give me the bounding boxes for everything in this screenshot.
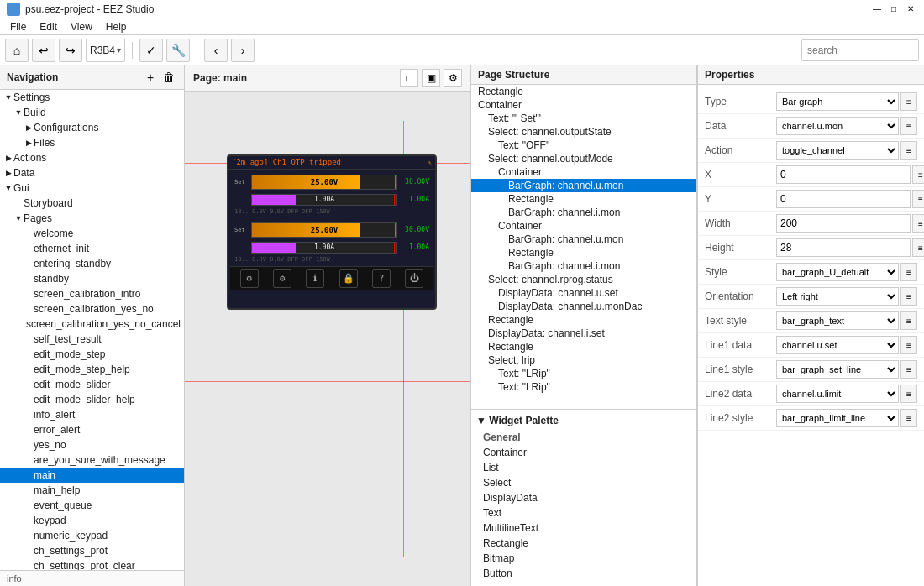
search-input[interactable]: [801, 39, 919, 61]
prop-x-menu-btn[interactable]: ≡: [912, 165, 924, 184]
prop-orientation-select[interactable]: Left right: [776, 287, 899, 306]
tree-item-configurations[interactable]: ▶ Configurations: [0, 120, 184, 135]
nav-delete-button[interactable]: 🗑: [160, 69, 177, 86]
palette-container[interactable]: Container: [476, 445, 691, 460]
tree-item-actions[interactable]: ▶ Actions: [0, 150, 184, 165]
forward-button[interactable]: ›: [231, 39, 255, 62]
check-button[interactable]: ✓: [139, 39, 163, 62]
device-icon-power[interactable]: ⏻: [405, 269, 423, 288]
undo-button[interactable]: ↩: [32, 39, 55, 62]
close-btn[interactable]: ✕: [904, 3, 917, 16]
prop-line1-style-menu-btn[interactable]: ≡: [900, 360, 917, 379]
tree-item-keypad[interactable]: keypad: [0, 513, 184, 528]
palette-text[interactable]: Text: [476, 505, 691, 521]
prop-action-menu-btn[interactable]: ≡: [900, 141, 917, 160]
st-item-container3[interactable]: Container: [471, 219, 696, 233]
device-icon-calibration[interactable]: ⚙: [273, 269, 291, 288]
tree-item-edit-mode-slider-help[interactable]: edit_mode_slider_help: [0, 392, 184, 407]
tree-item-build[interactable]: ▼ Build: [0, 105, 184, 120]
prop-type-menu-btn[interactable]: ≡: [900, 92, 917, 111]
prop-data-select[interactable]: channel.u.mon: [776, 117, 899, 135]
palette-displaydata[interactable]: DisplayData: [476, 490, 691, 505]
palette-section-toggle[interactable]: ▼: [476, 415, 486, 426]
back-button[interactable]: ‹: [204, 39, 228, 62]
palette-select[interactable]: Select: [476, 475, 691, 490]
st-item-select-lrip[interactable]: Select: lrip: [471, 353, 696, 367]
prop-text-style-select[interactable]: bar_graph_text: [776, 311, 899, 330]
tree-item-files[interactable]: ▶ Files: [0, 135, 184, 150]
nav-add-button[interactable]: +: [142, 69, 159, 86]
device-icon-settings[interactable]: ⚙: [240, 269, 259, 288]
title-controls[interactable]: — □ ✕: [870, 3, 917, 16]
palette-button[interactable]: Button: [476, 566, 691, 581]
tree-item-data[interactable]: ▶ Data: [0, 165, 184, 181]
tree-item-welcome[interactable]: welcome: [0, 226, 184, 241]
tree-item-entering-standby[interactable]: entering_standby: [0, 256, 184, 271]
prop-line1-data-value[interactable]: channel.u.set ≡: [776, 336, 917, 354]
tree-item-error-alert[interactable]: error_alert: [0, 422, 184, 437]
tree-item-ch-prot-clear[interactable]: ch_settings_prot_clear: [0, 558, 184, 570]
canvas-full-btn[interactable]: ▣: [422, 69, 440, 87]
prop-line1-data-select[interactable]: channel.u.set: [776, 336, 899, 354]
prop-type-value[interactable]: Bar graph ≡: [776, 92, 917, 111]
tree-item-gui[interactable]: ▼ Gui: [0, 181, 184, 196]
tree-item-screen-cal-yes-no[interactable]: screen_calibration_yes_no: [0, 301, 184, 317]
prop-text-style-value[interactable]: bar_graph_text ≡: [776, 311, 917, 330]
menu-edit[interactable]: Edit: [33, 18, 64, 34]
device-icon-help[interactable]: ?: [372, 269, 391, 288]
palette-multilinetext[interactable]: MultilineText: [476, 521, 691, 536]
page-select-wrap[interactable]: R3B4 ▾: [86, 39, 125, 62]
device-icon-lock[interactable]: 🔒: [339, 269, 358, 288]
tree-item-ch-prot[interactable]: ch_settings_prot: [0, 543, 184, 558]
tree-item-edit-mode-slider[interactable]: edit_mode_slider: [0, 377, 184, 392]
prop-orientation-menu-btn[interactable]: ≡: [900, 287, 917, 306]
prop-x-input[interactable]: [776, 165, 911, 184]
st-item-disp-umon-dac[interactable]: DisplayData: channel.u.monDac: [471, 300, 696, 313]
palette-rectangle[interactable]: Rectangle: [476, 536, 691, 551]
prop-data-value[interactable]: channel.u.mon ≡: [776, 117, 917, 135]
tree-item-screen-cal-intro[interactable]: screen_calibration_intro: [0, 286, 184, 301]
st-item-rectangle[interactable]: Rectangle: [471, 85, 696, 98]
prop-style-value[interactable]: bar_graph_U_defualt ≡: [776, 263, 917, 281]
prop-line1-style-select[interactable]: bar_graph_set_line: [776, 360, 899, 379]
tree-item-storyboard[interactable]: Storyboard: [0, 196, 184, 211]
prop-line2-data-menu-btn[interactable]: ≡: [900, 385, 917, 403]
st-item-text-off[interactable]: Text: "OFF": [471, 139, 696, 152]
tree-item-ethernet-init[interactable]: ethernet_init: [0, 241, 184, 256]
prop-line2-data-select[interactable]: channel.u.limit: [776, 385, 899, 403]
prop-width-menu-btn[interactable]: ≡: [912, 214, 924, 233]
home-button[interactable]: ⌂: [5, 39, 29, 62]
st-item-text-lrip[interactable]: Text: "LRip": [471, 367, 696, 380]
prop-style-menu-btn[interactable]: ≡: [900, 263, 917, 281]
prop-width-value[interactable]: ≡: [776, 214, 924, 233]
tree-item-settings[interactable]: ▼ Settings: [0, 90, 184, 105]
st-item-disp-uset[interactable]: DisplayData: channel.u.set: [471, 286, 696, 300]
st-item-bargraph-umon[interactable]: BarGraph: channel.u.mon: [471, 179, 696, 192]
tree-item-numeric-keypad[interactable]: numeric_keypad: [0, 528, 184, 543]
prop-data-menu-btn[interactable]: ≡: [900, 117, 917, 135]
st-item-rectangle2[interactable]: Rectangle: [471, 192, 696, 206]
prop-y-value[interactable]: ≡: [776, 190, 924, 208]
prop-height-menu-btn[interactable]: ≡: [912, 238, 924, 257]
prop-line1-data-menu-btn[interactable]: ≡: [900, 336, 917, 354]
prop-style-select[interactable]: bar_graph_U_defualt: [776, 263, 899, 281]
tree-item-self-test[interactable]: self_test_result: [0, 332, 184, 347]
st-item-container[interactable]: Container: [471, 98, 696, 112]
st-item-select-rprog[interactable]: Select: channel.rprog.status: [471, 273, 696, 286]
st-item-text-lrip2[interactable]: Text: "LRip": [471, 380, 696, 394]
menu-view[interactable]: View: [64, 18, 99, 34]
prop-action-value[interactable]: toggle_channel ≡: [776, 141, 917, 160]
st-item-disp-iset[interactable]: DisplayData: channel.i.set: [471, 327, 696, 340]
prop-width-input[interactable]: [776, 214, 911, 233]
canvas-settings-btn[interactable]: ⚙: [444, 69, 462, 87]
tree-item-info-alert[interactable]: info_alert: [0, 407, 184, 422]
tree-item-main-help[interactable]: main_help: [0, 483, 184, 498]
palette-list[interactable]: List: [476, 460, 691, 475]
prop-orientation-value[interactable]: Left right ≡: [776, 287, 917, 306]
tree-item-are-you-sure[interactable]: are_you_sure_with_message: [0, 453, 184, 468]
st-item-bargraph-umon2[interactable]: BarGraph: channel.u.mon: [471, 233, 696, 246]
canvas-content[interactable]: [2m ago] Ch1 OTP tripped ⚠ Set 25.: [185, 92, 470, 586]
palette-bitmap[interactable]: Bitmap: [476, 551, 691, 566]
canvas-rect-btn[interactable]: □: [400, 69, 418, 87]
tree-item-edit-mode-step[interactable]: edit_mode_step: [0, 347, 184, 362]
